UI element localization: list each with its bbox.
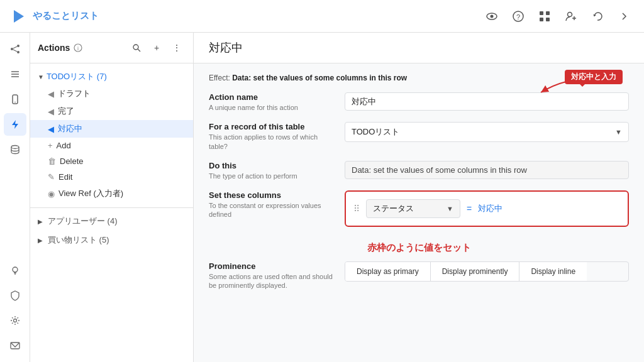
column-name: ステータス xyxy=(373,203,443,214)
action-name-desc: A unique name for this action xyxy=(209,103,335,112)
add-action-button[interactable]: + xyxy=(148,39,165,57)
for-table-arrow: ▼ xyxy=(615,128,622,136)
display-inline-button[interactable]: Display inline xyxy=(519,262,587,281)
action-item-viewref[interactable]: ◉ View Ref (入力者) xyxy=(30,185,193,202)
action-item-add[interactable]: + Add xyxy=(30,138,193,153)
more-actions-button[interactable]: ⋮ xyxy=(168,39,186,57)
prominence-desc: Some actions are used often and should b… xyxy=(209,272,335,290)
sidebar-item-database[interactable] xyxy=(4,138,26,161)
topbar-actions: ? xyxy=(482,6,634,26)
svg-point-25 xyxy=(13,319,16,322)
action-item-taiou[interactable]: ◀ 対応中 xyxy=(30,120,193,138)
display-primary-button[interactable]: Display as primary xyxy=(345,262,431,281)
svg-marker-0 xyxy=(14,10,24,23)
svg-point-2 xyxy=(491,14,494,18)
svg-line-16 xyxy=(13,50,17,52)
content-area: 対応中 Effect: Data: set the values of some… xyxy=(194,33,644,362)
svg-rect-7 xyxy=(540,18,543,21)
drag-handle[interactable]: ⠿ xyxy=(353,204,360,214)
sidebar-item-settings[interactable] xyxy=(4,309,26,332)
set-columns-inner: ⠿ ステータス ▼ = 対応中 xyxy=(353,199,620,218)
for-table-row: For a record of this table This action a… xyxy=(209,122,629,151)
sidebar-item-mail[interactable] xyxy=(4,334,26,357)
svg-rect-6 xyxy=(546,11,550,15)
action-item-complete[interactable]: ◀ 完了 xyxy=(30,102,193,120)
info-icon: i xyxy=(74,43,82,52)
set-columns-desc: To the constant or expression values def… xyxy=(209,201,335,219)
preview-button[interactable] xyxy=(482,6,502,26)
annotation-action-name: 対応中と入力 xyxy=(565,70,623,84)
set-annotation: 赤枠のように値をセット xyxy=(209,242,629,254)
actions-title: Actions xyxy=(38,43,70,53)
do-this-label: Do this The type of action to perform xyxy=(209,161,335,180)
sidebar-item-actions[interactable] xyxy=(4,113,26,136)
list-icon xyxy=(9,69,21,80)
set-columns-label: Set these columns To the constant or exp… xyxy=(209,190,335,219)
action-item-edit[interactable]: ✎ Edit xyxy=(30,169,193,185)
delete-icon: 🗑 xyxy=(48,156,56,166)
do-this-control: Data: set the values of some columns in … xyxy=(345,161,629,179)
logo-icon xyxy=(10,8,28,25)
taiou-icon: ◀ xyxy=(48,124,54,134)
group-appuser[interactable]: ▶ アプリユーザー (4) xyxy=(30,213,193,229)
undo-icon xyxy=(592,11,603,22)
action-item-draft[interactable]: ◀ ドラフト xyxy=(30,85,193,102)
annotation-arrow xyxy=(535,79,572,97)
prominence-buttons: Display as primary Display prominently D… xyxy=(345,261,629,282)
group-shopping[interactable]: ▶ 買い物リスト (5) xyxy=(30,232,193,248)
svg-rect-8 xyxy=(546,18,550,21)
prominence-label: Prominence Some actions are used often a… xyxy=(209,261,335,290)
search-icon xyxy=(132,43,141,52)
svg-point-13 xyxy=(11,48,13,50)
svg-marker-22 xyxy=(12,120,18,129)
svg-text:?: ? xyxy=(516,13,520,20)
action-name-input[interactable] xyxy=(345,92,629,111)
set-columns-row: Set these columns To the constant or exp… xyxy=(209,190,629,237)
search-actions-button[interactable] xyxy=(128,39,145,57)
viewref-icon: ◉ xyxy=(48,189,55,199)
content-title: 対応中 xyxy=(194,33,644,63)
svg-point-21 xyxy=(14,102,16,103)
content-body: Effect: Data: set the values of some col… xyxy=(194,63,644,300)
phone-icon xyxy=(9,94,21,105)
do-this-value: Data: set the values of some columns in … xyxy=(345,161,629,179)
grid-button[interactable] xyxy=(535,6,555,26)
edit-icon: ✎ xyxy=(48,172,55,182)
chevron-right-icon xyxy=(618,11,630,22)
svg-point-24 xyxy=(13,267,18,272)
action-item-delete[interactable]: 🗑 Delete xyxy=(30,153,193,169)
sidebar-item-share[interactable] xyxy=(4,38,26,60)
add-icon: + xyxy=(48,141,53,150)
sidebar-item-bulb[interactable] xyxy=(4,259,26,282)
share-icon xyxy=(9,43,21,55)
redo-button[interactable] xyxy=(614,6,634,26)
svg-text:i: i xyxy=(77,45,79,52)
actions-header: Actions i + ⋮ xyxy=(30,33,193,63)
action-name-control: 対応中と入力 xyxy=(345,92,629,111)
undo-button[interactable] xyxy=(587,6,608,26)
for-table-control: TODOリスト ▼ xyxy=(345,122,629,142)
icon-sidebar xyxy=(0,33,30,362)
group-todo[interactable]: ▼ TODOリスト (7) xyxy=(30,69,193,85)
help-button[interactable]: ? xyxy=(508,6,528,26)
sidebar-item-list[interactable] xyxy=(4,63,26,85)
sidebar-item-phone[interactable] xyxy=(4,88,26,111)
for-table-select[interactable]: TODOリスト ▼ xyxy=(345,122,629,142)
effect-value: Data: set the values of some columns in … xyxy=(232,74,407,82)
add-user-button[interactable] xyxy=(561,6,581,26)
column-select[interactable]: ステータス ▼ xyxy=(366,199,460,218)
sidebar-item-security[interactable] xyxy=(4,284,26,307)
svg-rect-5 xyxy=(540,11,543,15)
svg-line-15 xyxy=(13,47,17,48)
svg-point-29 xyxy=(133,45,138,50)
for-table-title: For a record of this table xyxy=(209,122,335,131)
person-add-icon xyxy=(565,10,577,23)
shield-icon xyxy=(9,290,21,301)
set-columns-control: ⠿ ステータス ▼ = 対応中 xyxy=(345,190,629,237)
display-prominently-button[interactable]: Display prominently xyxy=(431,262,520,281)
equals-sign: = xyxy=(467,204,472,214)
action-item-complete-label: 完了 xyxy=(58,106,74,117)
for-table-desc: This action applies to rows of which tab… xyxy=(209,133,335,151)
for-table-label: For a record of this table This action a… xyxy=(209,122,335,151)
bulb-icon xyxy=(9,265,21,276)
